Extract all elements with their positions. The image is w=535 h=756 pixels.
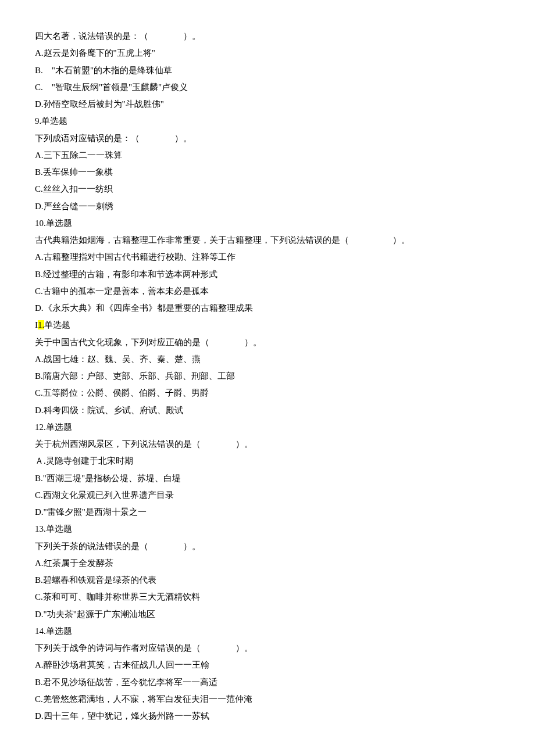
- question-stem: 下列关于战争的诗词与作者对应错误的是（ ）。: [35, 640, 500, 657]
- option-a: A.红茶属于全发酵茶: [35, 555, 500, 572]
- option-a: Ａ.灵隐寺创建于北宋时期: [35, 453, 500, 470]
- option-d: D.严丝合缝一一刺绣: [35, 198, 500, 215]
- option-a: A.战国七雄：赵、魏、吴、齐、秦、楚、燕: [35, 351, 500, 368]
- option-a: A.古籍整理指对中国古代书籍进行校勘、注释等工作: [35, 249, 500, 266]
- option-c: C.茶和可可、咖啡并称世界三大无酒精饮料: [35, 589, 500, 605]
- question-number: 9.单选题: [35, 113, 500, 130]
- option-b: B.丢车保帅一一象棋: [35, 164, 500, 181]
- option-d: D."功夫茶"起源于广东潮汕地区: [35, 606, 500, 623]
- option-c: C. "智取生辰纲"首领是"玉麒麟"卢俊义: [35, 79, 500, 96]
- question-number: 13.单选题: [35, 521, 500, 538]
- option-d: D.孙悟空取经后被封为"斗战胜佛": [35, 96, 500, 113]
- option-d: D.四十三年，望中犹记，烽火扬州路一一苏轼: [35, 708, 500, 725]
- option-c: C.五等爵位：公爵、侯爵、伯爵、子爵、男爵: [35, 385, 500, 402]
- question-stem: 下列成语对应错误的是：（ ）。: [35, 130, 500, 147]
- option-a: A.赵云是刘备麾下的"五虎上将": [35, 45, 500, 62]
- option-b: B.君不见沙场征战苦，至今犹忆李将军一一高适: [35, 674, 500, 691]
- option-b: B. "木石前盟"的木指的是绛珠仙草: [35, 62, 500, 79]
- option-d: D."雷锋夕照"是西湖十景之一: [35, 504, 500, 521]
- question-stem: 下列关于茶的说法错误的是（ ）。: [35, 538, 500, 555]
- num-suffix: 单选题: [44, 320, 70, 329]
- option-c: C.丝丝入扣一一纺织: [35, 181, 500, 198]
- option-c: C.羌管悠悠霜满地，人不寐，将军白发征夫泪一一范仲淹: [35, 691, 500, 708]
- option-b: B.碧螺春和铁观音是绿茶的代表: [35, 572, 500, 589]
- option-b: B."西湖三堤"是指杨公堤、苏堤、白堤: [35, 470, 500, 487]
- num-highlight: 1.: [38, 320, 44, 329]
- document-page: 四大名著，说法错误的是：（ ）。 A.赵云是刘备麾下的"五虎上将" B. "木石…: [0, 0, 535, 756]
- question-number: 14.单选题: [35, 623, 500, 640]
- option-a: A.三下五除二一一珠算: [35, 147, 500, 164]
- option-b: B.隋唐六部：户部、吏部、乐部、兵部、刑部、工部: [35, 368, 500, 385]
- question-number: 12.单选题: [35, 419, 500, 436]
- option-d: D.《永乐大典》和《四库全书》都是重要的古籍整理成果: [35, 300, 500, 317]
- option-a: A.醉卧沙场君莫笑，古来征战几人回一一王翰: [35, 657, 500, 673]
- question-stem: 四大名著，说法错误的是：（ ）。: [35, 28, 500, 45]
- question-stem: 关于中国古代文化现象，下列对应正确的是（ ）。: [35, 334, 500, 351]
- question-stem: 古代典籍浩如烟海，古籍整理工作非常重要，关于古籍整理，下列说法错误的是（ ）。: [35, 232, 500, 249]
- option-c: C.古籍中的孤本一定是善本，善本未必是孤本: [35, 283, 500, 300]
- option-c: C.西湖文化景观已列入世界遗产目录: [35, 487, 500, 504]
- question-stem: 关于杭州西湖风景区，下列说法错误的是（ ）。: [35, 436, 500, 453]
- option-b: B.经过整理的古籍，有影印本和节选本两种形式: [35, 266, 500, 283]
- question-number: I1.单选题: [35, 317, 500, 334]
- option-d: D.科考四级：院试、乡试、府试、殿试: [35, 402, 500, 419]
- question-number: 10.单选题: [35, 215, 500, 232]
